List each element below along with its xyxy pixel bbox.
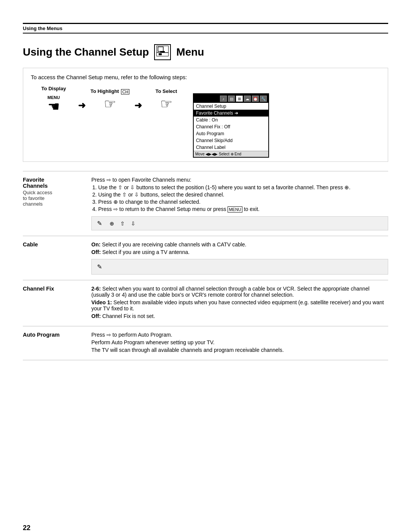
- step-highlight: To Highlight CH ☞: [87, 88, 133, 111]
- cable-content: On: Select if you are receiving cable ch…: [91, 241, 388, 275]
- row-auto-program: Auto Program Press ⇨ to perform Auto Pro…: [23, 326, 388, 360]
- channel-fix-content: 2-6: Select when you want to control all…: [91, 286, 388, 321]
- auto-program-content: Press ⇨ to perform Auto Program. Perform…: [91, 332, 388, 355]
- hand-highlight-icon: ☞: [104, 97, 116, 111]
- bottom-rule-header: [23, 33, 388, 34]
- row-cable: Cable On: Select if you are receiving ca…: [23, 236, 388, 280]
- auto-program-label-col: Auto Program: [23, 332, 84, 355]
- note-box-cable: ✎: [91, 259, 388, 275]
- cable-label-col: Cable: [23, 241, 84, 275]
- svg-rect-3: [159, 53, 162, 55]
- note-pencil-icon: ✎: [97, 220, 102, 227]
- menu-item-favorite-channels: Favorite Channels ➜: [194, 110, 268, 117]
- menu-item-channel-fix: Channel Fix : Off: [194, 123, 268, 130]
- svg-rect-1: [158, 47, 163, 51]
- title-icon: [154, 44, 171, 60]
- menu-footer-text: Move ◀▶◀▶ Select ⊕ End: [195, 152, 241, 156]
- arrow1: ➜: [78, 89, 86, 111]
- arrow2: ➜: [134, 89, 142, 111]
- channel-fix-video1: Video 1: Select from available video inp…: [91, 299, 388, 312]
- menu-item-auto-program: Auto Program: [194, 130, 268, 137]
- favorite-channels-steps: Use the ⇧ or ⇩ buttons to select the pos…: [98, 184, 388, 212]
- note-box-favorite: ✎ ⊕ ⇧ ⇩: [91, 216, 388, 230]
- symbol-enter: ⊕: [110, 220, 114, 227]
- note-symbols: ⊕ ⇧ ⇩: [110, 220, 135, 227]
- auto-program-text2: Perform Auto Program whenever setting up…: [91, 339, 388, 345]
- display-label: To Display: [41, 86, 66, 91]
- menu-icon-inline: MENU: [228, 206, 242, 212]
- row-favorite-channels: FavoriteChannels Quick accessto favorite…: [23, 171, 388, 236]
- hand-select-icon: ☞: [160, 97, 172, 111]
- channel-fix-26: 2-6: Select when you want to control all…: [91, 286, 388, 298]
- menu-item-channel-setup: Channel Setup: [194, 103, 268, 110]
- steps-diagram: To Display MENU ☚ ➜ To Highlight CH ☞: [31, 86, 380, 158]
- step-select: To Select ☞: [143, 88, 189, 111]
- menu-item-channel-skip: Channel Skip/Add: [194, 137, 268, 144]
- row-channel-fix: Channel Fix 2-6: Select when you want to…: [23, 280, 388, 326]
- page-title: Using the Channel Setup Menu: [23, 44, 388, 60]
- menu-footer: Move ◀▶◀▶ Select ⊕ End: [194, 151, 268, 157]
- menu-icon-4: ☁: [244, 96, 251, 102]
- steps-left: To Display MENU ☚ ➜ To Highlight CH ☞: [31, 86, 189, 113]
- cable-off-text: Off: Select if you are using a TV antenn…: [91, 249, 388, 255]
- menu-screenshot: ♪ ▤ ⊞ ☁ ⏰ 🔧 Channel Setup Favorite Chann…: [193, 93, 269, 158]
- auto-program-text3: The TV will scan through all available c…: [91, 347, 388, 353]
- favorite-channels-intro: Press ⇨ to open Favorite Channels menu:: [91, 177, 388, 183]
- intro-text: To access the Channel Setup menu, refer …: [31, 74, 380, 80]
- menu-icon-3: ⊞: [236, 96, 243, 102]
- menu-item-cable: Cable : On: [194, 117, 268, 123]
- auto-program-label: Auto Program: [23, 332, 84, 338]
- section-label: Using the Menus: [23, 24, 388, 33]
- step-4: Press ⇨ to return to the Channel Setup m…: [98, 206, 388, 212]
- favorite-channels-content: Press ⇨ to open Favorite Channels menu: …: [91, 177, 388, 230]
- cable-label: Cable: [23, 241, 84, 248]
- auto-program-text1: Press ⇨ to perform Auto Program.: [91, 332, 388, 338]
- symbol-up: ⇧: [120, 220, 125, 227]
- menu-item-channel-label: Channel Label: [194, 144, 268, 151]
- symbol-down: ⇩: [131, 220, 135, 227]
- favorite-channels-label: FavoriteChannels: [23, 177, 84, 189]
- menu-icons-row: ♪ ▤ ⊞ ☁ ⏰ 🔧: [194, 94, 268, 103]
- page: Using the Menus Using the Channel Setup …: [0, 23, 411, 532]
- select-label: To Select: [156, 88, 177, 94]
- step-3: Press ⊕ to change to the channel selecte…: [98, 199, 388, 205]
- channel-fix-label-col: Channel Fix: [23, 286, 84, 321]
- intro-box: To access the Channel Setup menu, refer …: [23, 68, 388, 162]
- note-pencil-icon-2: ✎: [97, 264, 102, 270]
- cable-on-text: On: Select if you are receiving cable ch…: [91, 241, 388, 248]
- title-prefix: Using the Channel Setup: [23, 46, 149, 58]
- channel-fix-off: Off: Channel Fix is not set.: [91, 313, 388, 319]
- step-display: To Display MENU ☚: [31, 86, 76, 113]
- favorite-channels-label-col: FavoriteChannels Quick accessto favorite…: [23, 177, 84, 230]
- menu-icon-1: ♪: [220, 96, 227, 102]
- menu-icon-2: ▤: [228, 96, 235, 102]
- favorite-channels-sublabel: Quick accessto favoritechannels: [23, 190, 84, 207]
- step-2: Using the ⇧ or ⇩ buttons, select the des…: [98, 192, 388, 198]
- content-area: FavoriteChannels Quick accessto favorite…: [23, 171, 388, 360]
- menu-icon-5: ⏰: [252, 96, 259, 102]
- menu-icon-6: 🔧: [260, 96, 267, 102]
- channel-fix-label: Channel Fix: [23, 286, 84, 292]
- highlight-label: To Highlight CH: [91, 88, 129, 94]
- page-number: 22: [23, 524, 30, 532]
- hand-display-icon: ☚: [48, 100, 60, 113]
- svg-rect-4: [160, 51, 165, 53]
- title-suffix: Menu: [176, 46, 204, 58]
- step-1: Use the ⇧ or ⇩ buttons to select the pos…: [98, 184, 388, 190]
